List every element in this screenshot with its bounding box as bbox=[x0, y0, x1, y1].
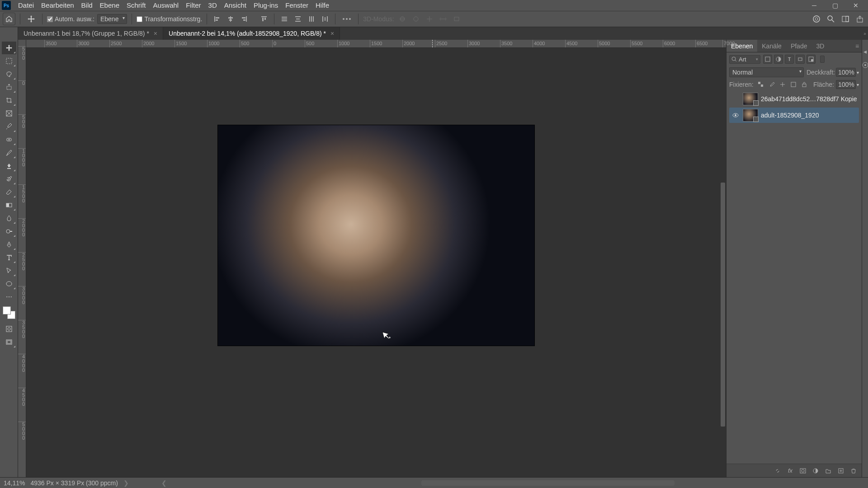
history-brush-tool[interactable] bbox=[2, 173, 16, 185]
menu-bild[interactable]: Bild bbox=[78, 0, 96, 11]
window-close-button[interactable]: ✕ bbox=[845, 0, 866, 11]
tab-kanaele[interactable]: Kanäle bbox=[757, 40, 786, 52]
edit-toolbar-button[interactable]: ⋯ bbox=[2, 291, 16, 303]
window-maximize-button[interactable]: ▢ bbox=[825, 0, 845, 11]
layer-filter-type-dropdown[interactable]: ▾ bbox=[729, 55, 760, 64]
expand-panels-icon[interactable]: ◂ bbox=[863, 48, 867, 55]
lock-transparency-button[interactable] bbox=[756, 80, 765, 89]
cloud-docs-icon[interactable] bbox=[811, 14, 822, 24]
shape-tool[interactable] bbox=[2, 277, 16, 290]
screen-mode-button[interactable] bbox=[2, 336, 16, 348]
adjustment-layer-button[interactable] bbox=[811, 466, 820, 475]
color-swatches[interactable] bbox=[3, 306, 15, 319]
blend-mode-dropdown[interactable]: Normal bbox=[729, 67, 804, 77]
filter-type-icon[interactable]: T bbox=[785, 55, 794, 64]
auto-select-checkbox[interactable]: Autom. ausw.: bbox=[47, 15, 94, 23]
menu-3d[interactable]: 3D bbox=[205, 0, 221, 11]
vertical-scrollbar-thumb[interactable] bbox=[721, 183, 725, 427]
marquee-tool[interactable] bbox=[2, 55, 16, 67]
eraser-tool[interactable] bbox=[2, 186, 16, 198]
lasso-tool[interactable] bbox=[2, 68, 16, 80]
link-layers-button[interactable] bbox=[773, 466, 782, 475]
horizontal-scrollbar[interactable] bbox=[421, 480, 675, 486]
menu-plugins[interactable]: Plug-ins bbox=[250, 0, 282, 11]
layer-style-button[interactable]: fx bbox=[786, 466, 795, 475]
opacity-input[interactable]: 100% bbox=[836, 68, 856, 77]
horizontal-ruler[interactable]: 3500 3000 2500 2000 1500 1000 500 0 500 … bbox=[26, 40, 726, 48]
lock-all-button[interactable] bbox=[800, 80, 809, 89]
lock-artboard-button[interactable] bbox=[789, 80, 798, 89]
window-minimize-button[interactable]: ─ bbox=[804, 0, 825, 11]
layer-name[interactable]: adult-1852908_1920 bbox=[761, 112, 819, 119]
tab-3d[interactable]: 3D bbox=[811, 40, 829, 52]
tab-pfade[interactable]: Pfade bbox=[786, 40, 812, 52]
share-icon[interactable] bbox=[854, 14, 865, 24]
healing-brush-tool[interactable] bbox=[2, 133, 16, 146]
document-image[interactable] bbox=[218, 125, 534, 346]
menu-bearbeiten[interactable]: Bearbeiten bbox=[38, 0, 78, 11]
3d-orbit-button[interactable] bbox=[397, 14, 408, 24]
menu-filter[interactable]: Filter bbox=[182, 0, 204, 11]
pen-tool[interactable] bbox=[2, 238, 16, 251]
search-icon[interactable] bbox=[826, 14, 836, 24]
layer-row[interactable]: adult-1852908_1920 bbox=[729, 108, 859, 123]
more-options-button[interactable] bbox=[340, 18, 354, 20]
distribute-vertical-center-button[interactable] bbox=[292, 14, 303, 24]
menu-ebene[interactable]: Ebene bbox=[96, 0, 123, 11]
brush-tool[interactable] bbox=[2, 146, 16, 159]
vertical-ruler[interactable]: 500 0 500 1000 1500 2000 2500 3000 3500 … bbox=[18, 40, 26, 477]
close-tab-icon[interactable]: × bbox=[154, 30, 157, 37]
menu-schrift[interactable]: Schrift bbox=[123, 0, 150, 11]
filter-adjustment-icon[interactable] bbox=[774, 55, 783, 64]
zoom-level[interactable]: 14,11% bbox=[4, 479, 25, 487]
document-tab-2[interactable]: Unbenannt-2 bei 14,1% (adult-1852908_192… bbox=[163, 27, 340, 40]
auto-select-target-dropdown[interactable]: Ebene bbox=[97, 14, 127, 24]
align-right-edges-button[interactable] bbox=[239, 14, 250, 24]
layer-thumbnail[interactable] bbox=[743, 93, 758, 105]
horizontal-scrollbar-thumb[interactable] bbox=[421, 480, 675, 486]
layer-filter-input[interactable] bbox=[739, 56, 754, 63]
3d-roll-button[interactable] bbox=[410, 14, 421, 24]
distribute-top-button[interactable] bbox=[279, 14, 290, 24]
tab-overflow-icon[interactable]: » bbox=[862, 27, 868, 40]
distribute-bottom-button[interactable] bbox=[306, 14, 317, 24]
layer-visibility-toggle[interactable] bbox=[731, 94, 740, 103]
layer-mask-button[interactable] bbox=[798, 466, 807, 475]
frame-tool[interactable] bbox=[2, 107, 16, 120]
workspace-icon[interactable] bbox=[840, 14, 851, 24]
menu-ansicht[interactable]: Ansicht bbox=[221, 0, 250, 11]
crop-tool[interactable] bbox=[2, 94, 16, 107]
filter-toggle-switch[interactable] bbox=[820, 56, 825, 63]
layer-row[interactable]: 26ab471dd8dc52…7828df7 Kopie bbox=[729, 91, 859, 107]
home-button[interactable] bbox=[3, 13, 15, 25]
quick-mask-button[interactable] bbox=[2, 323, 16, 335]
menu-fenster[interactable]: Fenster bbox=[282, 0, 312, 11]
close-tab-icon[interactable]: × bbox=[330, 30, 334, 37]
color-panel-icon[interactable] bbox=[862, 61, 868, 70]
gradient-tool[interactable] bbox=[2, 199, 16, 211]
align-left-edges-button[interactable] bbox=[212, 14, 222, 24]
menu-hilfe[interactable]: Hilfe bbox=[312, 0, 333, 11]
3d-slide-button[interactable] bbox=[438, 14, 448, 24]
transform-controls-checkbox[interactable]: Transformationsstrg. bbox=[137, 15, 202, 23]
lock-pixels-button[interactable] bbox=[767, 80, 776, 89]
type-tool[interactable] bbox=[2, 251, 16, 264]
document-info[interactable]: 4936 Px × 3319 Px (300 ppcm) bbox=[30, 479, 118, 487]
canvas[interactable] bbox=[26, 48, 726, 477]
dodge-tool[interactable] bbox=[2, 225, 16, 238]
status-chevron-icon[interactable]: ❯ bbox=[123, 479, 129, 487]
menu-datei[interactable]: Datei bbox=[14, 0, 38, 11]
align-horizontal-center-button[interactable] bbox=[225, 14, 236, 24]
3d-zoom-button[interactable] bbox=[451, 14, 462, 24]
3d-pan-button[interactable] bbox=[424, 14, 435, 24]
delete-layer-button[interactable] bbox=[849, 466, 858, 475]
eyedropper-tool[interactable] bbox=[2, 120, 16, 133]
path-selection-tool[interactable] bbox=[2, 264, 16, 277]
layer-thumbnail[interactable] bbox=[743, 109, 758, 122]
filter-smartobject-icon[interactable] bbox=[807, 55, 816, 64]
new-layer-button[interactable] bbox=[836, 466, 845, 475]
filter-shape-icon[interactable] bbox=[796, 55, 805, 64]
layer-group-button[interactable] bbox=[824, 466, 833, 475]
document-tab-1[interactable]: Unbenannt-1 bei 18,7% (Gruppe 1, RGB/8) … bbox=[18, 27, 163, 40]
lock-position-button[interactable] bbox=[778, 80, 787, 89]
